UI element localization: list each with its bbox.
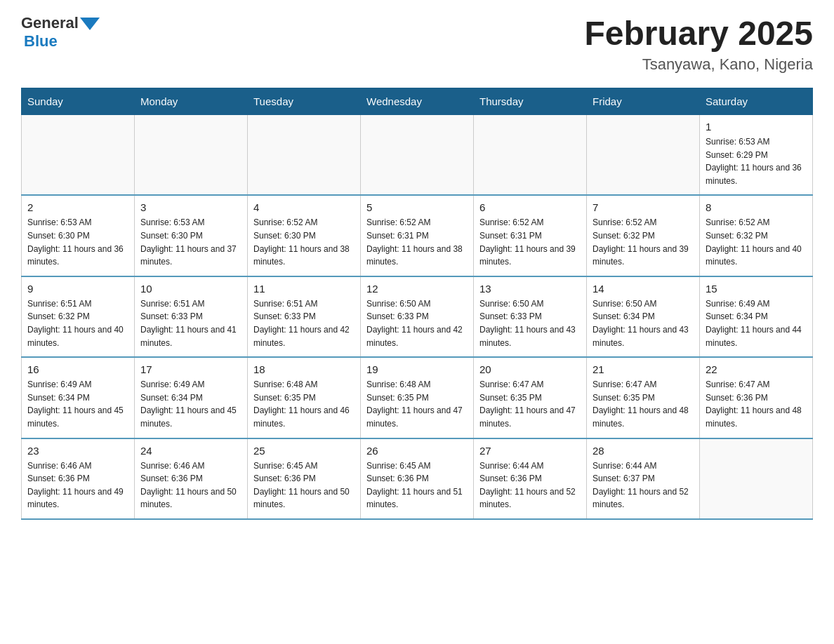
day-number: 9 [27, 283, 128, 295]
logo: General Blue [21, 14, 100, 51]
day-cell: 27Sunrise: 6:44 AMSunset: 6:36 PMDayligh… [474, 438, 587, 519]
week-row-4: 16Sunrise: 6:49 AMSunset: 6:34 PMDayligh… [22, 357, 813, 438]
day-number: 15 [706, 283, 807, 295]
day-info: Sunrise: 6:47 AMSunset: 6:35 PMDaylight:… [593, 378, 694, 430]
day-number: 3 [140, 201, 241, 213]
header-cell-thursday: Thursday [474, 88, 587, 115]
header-cell-sunday: Sunday [22, 88, 135, 115]
header-row: SundayMondayTuesdayWednesdayThursdayFrid… [22, 88, 813, 115]
day-cell: 25Sunrise: 6:45 AMSunset: 6:36 PMDayligh… [248, 438, 361, 519]
day-info: Sunrise: 6:47 AMSunset: 6:36 PMDaylight:… [706, 378, 807, 430]
header-cell-friday: Friday [587, 88, 700, 115]
day-cell: 24Sunrise: 6:46 AMSunset: 6:36 PMDayligh… [135, 438, 248, 519]
day-info: Sunrise: 6:45 AMSunset: 6:36 PMDaylight:… [366, 459, 468, 511]
day-info: Sunrise: 6:44 AMSunset: 6:36 PMDaylight:… [479, 459, 581, 511]
week-row-3: 9Sunrise: 6:51 AMSunset: 6:32 PMDaylight… [22, 276, 813, 357]
day-info: Sunrise: 6:53 AMSunset: 6:30 PMDaylight:… [27, 216, 128, 268]
day-number: 19 [366, 363, 468, 375]
day-number: 28 [593, 445, 694, 457]
day-number: 10 [140, 283, 241, 295]
header-cell-saturday: Saturday [700, 88, 813, 115]
day-info: Sunrise: 6:48 AMSunset: 6:35 PMDaylight:… [253, 378, 355, 430]
day-number: 13 [479, 283, 581, 295]
day-info: Sunrise: 6:50 AMSunset: 6:33 PMDaylight:… [479, 297, 581, 349]
day-info: Sunrise: 6:49 AMSunset: 6:34 PMDaylight:… [140, 378, 241, 430]
week-row-1: 1Sunrise: 6:53 AMSunset: 6:29 PMDaylight… [22, 115, 813, 196]
day-cell: 11Sunrise: 6:51 AMSunset: 6:33 PMDayligh… [248, 276, 361, 357]
day-number: 11 [253, 283, 355, 295]
day-number: 7 [593, 201, 694, 213]
day-number: 24 [140, 445, 241, 457]
day-number: 20 [479, 363, 581, 375]
header-cell-tuesday: Tuesday [248, 88, 361, 115]
day-cell: 7Sunrise: 6:52 AMSunset: 6:32 PMDaylight… [587, 195, 700, 276]
day-cell [135, 115, 248, 196]
day-cell: 2Sunrise: 6:53 AMSunset: 6:30 PMDaylight… [22, 195, 135, 276]
day-number: 25 [253, 445, 355, 457]
day-number: 14 [593, 283, 694, 295]
day-cell: 15Sunrise: 6:49 AMSunset: 6:34 PMDayligh… [700, 276, 813, 357]
day-number: 4 [253, 201, 355, 213]
day-cell: 3Sunrise: 6:53 AMSunset: 6:30 PMDaylight… [135, 195, 248, 276]
day-number: 22 [706, 363, 807, 375]
day-number: 1 [706, 121, 807, 133]
day-number: 16 [27, 363, 128, 375]
day-cell: 20Sunrise: 6:47 AMSunset: 6:35 PMDayligh… [474, 357, 587, 438]
day-cell [361, 115, 474, 196]
day-info: Sunrise: 6:44 AMSunset: 6:37 PMDaylight:… [593, 459, 694, 511]
day-number: 12 [366, 283, 468, 295]
day-info: Sunrise: 6:52 AMSunset: 6:32 PMDaylight:… [706, 216, 807, 268]
day-cell [474, 115, 587, 196]
day-cell [248, 115, 361, 196]
day-info: Sunrise: 6:52 AMSunset: 6:31 PMDaylight:… [479, 216, 581, 268]
day-info: Sunrise: 6:50 AMSunset: 6:34 PMDaylight:… [593, 297, 694, 349]
day-cell: 23Sunrise: 6:46 AMSunset: 6:36 PMDayligh… [22, 438, 135, 519]
day-info: Sunrise: 6:49 AMSunset: 6:34 PMDaylight:… [27, 378, 128, 430]
day-number: 23 [27, 445, 128, 457]
day-number: 5 [366, 201, 468, 213]
day-info: Sunrise: 6:52 AMSunset: 6:31 PMDaylight:… [366, 216, 468, 268]
day-number: 2 [27, 201, 128, 213]
day-cell: 14Sunrise: 6:50 AMSunset: 6:34 PMDayligh… [587, 276, 700, 357]
title-block: February 2025 Tsanyawa, Kano, Nigeria [584, 14, 813, 74]
day-number: 21 [593, 363, 694, 375]
page-header: General Blue February 2025 Tsanyawa, Kan… [21, 14, 813, 74]
day-number: 17 [140, 363, 241, 375]
day-info: Sunrise: 6:51 AMSunset: 6:33 PMDaylight:… [140, 297, 241, 349]
day-info: Sunrise: 6:49 AMSunset: 6:34 PMDaylight:… [706, 297, 807, 349]
day-cell: 5Sunrise: 6:52 AMSunset: 6:31 PMDaylight… [361, 195, 474, 276]
day-cell: 22Sunrise: 6:47 AMSunset: 6:36 PMDayligh… [700, 357, 813, 438]
day-info: Sunrise: 6:47 AMSunset: 6:35 PMDaylight:… [479, 378, 581, 430]
day-cell: 8Sunrise: 6:52 AMSunset: 6:32 PMDaylight… [700, 195, 813, 276]
day-info: Sunrise: 6:48 AMSunset: 6:35 PMDaylight:… [366, 378, 468, 430]
day-cell: 4Sunrise: 6:52 AMSunset: 6:30 PMDaylight… [248, 195, 361, 276]
day-cell: 28Sunrise: 6:44 AMSunset: 6:37 PMDayligh… [587, 438, 700, 519]
calendar-title: February 2025 [584, 14, 813, 53]
day-cell: 10Sunrise: 6:51 AMSunset: 6:33 PMDayligh… [135, 276, 248, 357]
day-cell [22, 115, 135, 196]
logo-text-blue: Blue [24, 32, 58, 51]
day-cell [700, 438, 813, 519]
header-cell-monday: Monday [135, 88, 248, 115]
day-info: Sunrise: 6:45 AMSunset: 6:36 PMDaylight:… [253, 459, 355, 511]
day-number: 18 [253, 363, 355, 375]
day-info: Sunrise: 6:52 AMSunset: 6:32 PMDaylight:… [593, 216, 694, 268]
day-cell: 19Sunrise: 6:48 AMSunset: 6:35 PMDayligh… [361, 357, 474, 438]
day-cell: 17Sunrise: 6:49 AMSunset: 6:34 PMDayligh… [135, 357, 248, 438]
day-cell: 16Sunrise: 6:49 AMSunset: 6:34 PMDayligh… [22, 357, 135, 438]
day-cell: 1Sunrise: 6:53 AMSunset: 6:29 PMDaylight… [700, 115, 813, 196]
day-number: 27 [479, 445, 581, 457]
day-number: 8 [706, 201, 807, 213]
day-cell: 9Sunrise: 6:51 AMSunset: 6:32 PMDaylight… [22, 276, 135, 357]
day-number: 6 [479, 201, 581, 213]
logo-triangle-icon [80, 18, 100, 30]
day-number: 26 [366, 445, 468, 457]
day-info: Sunrise: 6:51 AMSunset: 6:33 PMDaylight:… [253, 297, 355, 349]
day-cell: 26Sunrise: 6:45 AMSunset: 6:36 PMDayligh… [361, 438, 474, 519]
calendar-table: SundayMondayTuesdayWednesdayThursdayFrid… [21, 88, 813, 520]
day-info: Sunrise: 6:50 AMSunset: 6:33 PMDaylight:… [366, 297, 468, 349]
day-info: Sunrise: 6:46 AMSunset: 6:36 PMDaylight:… [140, 459, 241, 511]
day-info: Sunrise: 6:53 AMSunset: 6:30 PMDaylight:… [140, 216, 241, 268]
week-row-2: 2Sunrise: 6:53 AMSunset: 6:30 PMDaylight… [22, 195, 813, 276]
day-cell [587, 115, 700, 196]
